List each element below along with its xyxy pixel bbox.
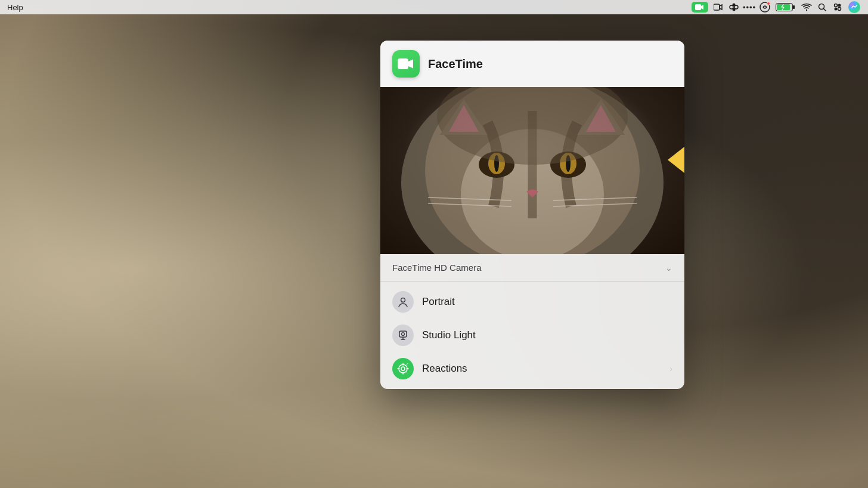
camera-name-label: FaceTime HD Camera (392, 262, 481, 273)
portrait-icon (392, 291, 414, 313)
cat-preview-art (380, 87, 684, 254)
camera-menubar-icon[interactable] (713, 2, 724, 13)
control-center-menubar-icon[interactable] (832, 2, 843, 13)
svg-point-13 (835, 8, 838, 11)
svg-rect-0 (695, 4, 701, 10)
svg-point-4 (733, 4, 736, 7)
svg-point-12 (838, 4, 841, 7)
battery-menubar-icon[interactable] (775, 2, 796, 13)
wifi-menubar-icon[interactable] (801, 2, 812, 13)
portrait-svg-icon (397, 296, 409, 308)
svg-rect-1 (714, 4, 720, 10)
menubar: Help •••• (0, 0, 868, 14)
popup-header: FaceTime (380, 41, 684, 87)
reactions-chevron-icon: › (669, 364, 672, 373)
portrait-menu-item[interactable]: Portrait (380, 285, 684, 319)
svg-point-35 (401, 367, 405, 370)
studio-light-icon (392, 325, 414, 346)
svg-point-14 (838, 8, 841, 11)
reactions-menu-item[interactable]: Reactions › (380, 352, 684, 385)
shareplay-menubar-icon[interactable] (728, 2, 739, 13)
svg-point-33 (402, 333, 405, 336)
wifi-icon (801, 3, 812, 11)
more-menubar-icon[interactable]: •••• (744, 2, 755, 13)
siri-menubar-icon[interactable] (848, 1, 861, 14)
svg-point-15 (848, 1, 860, 13)
svg-point-5 (733, 8, 736, 11)
reactions-label: Reactions (422, 363, 661, 375)
app-icon (392, 50, 420, 78)
help-menu[interactable]: Help (7, 3, 23, 12)
svg-rect-32 (399, 331, 407, 337)
portrait-label: Portrait (422, 296, 672, 308)
menubar-left: Help (7, 3, 23, 12)
menubar-right: •••• (692, 1, 861, 14)
studio-light-label: Studio Light (422, 329, 672, 341)
app-title: FaceTime (428, 57, 483, 71)
chevron-yellow (668, 147, 684, 173)
studio-light-menu-item[interactable]: Studio Light (380, 319, 684, 352)
grammarly-menubar-icon[interactable] (760, 2, 770, 13)
svg-point-3 (734, 5, 738, 9)
chevron-down-icon: ⌄ (665, 263, 672, 273)
camera-preview (380, 87, 684, 254)
studio-light-svg-icon (397, 329, 409, 341)
svg-rect-8 (793, 5, 795, 9)
notification-dot (767, 2, 770, 5)
facetime-app-icon (398, 57, 414, 70)
shareplay-icon (728, 2, 739, 12)
siri-icon (848, 1, 861, 14)
facetime-popup: FaceTime (380, 41, 684, 389)
menu-items-list: Portrait Studio Light (380, 282, 684, 389)
dots-label: •••• (743, 3, 756, 12)
search-menubar-icon[interactable] (817, 2, 827, 13)
camera-icon (714, 4, 723, 11)
svg-rect-16 (398, 58, 408, 69)
svg-point-11 (835, 4, 838, 7)
svg-line-40 (407, 372, 408, 373)
control-center-icon (833, 2, 842, 12)
camera-selector[interactable]: FaceTime HD Camera ⌄ (380, 254, 684, 282)
reactions-icon (392, 358, 414, 379)
battery-icon (776, 3, 796, 11)
reactions-svg-icon (397, 363, 409, 375)
search-icon (818, 3, 827, 12)
facetime-menubar-icon[interactable] (692, 2, 708, 13)
facetime-camera-icon (695, 4, 705, 11)
svg-point-2 (730, 5, 733, 9)
svg-point-34 (399, 365, 407, 373)
